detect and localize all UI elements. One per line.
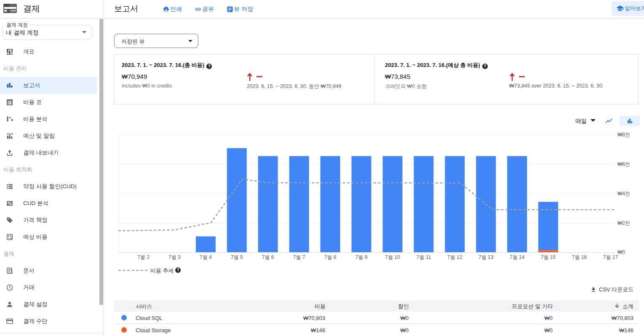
svg-text:7월 3: 7월 3 [168, 254, 181, 260]
svg-text:7월 9: 7월 9 [355, 254, 368, 260]
svg-text:7월 14: 7월 14 [510, 254, 525, 260]
svg-text:7월 7: 7월 7 [293, 254, 305, 260]
svg-text:7월 13: 7월 13 [478, 254, 494, 260]
svg-text:₩2천: ₩2천 [617, 220, 630, 226]
svg-text:₩6천: ₩6천 [617, 161, 630, 167]
svg-text:7월 15: 7월 15 [541, 254, 556, 260]
svg-text:7월 2: 7월 2 [137, 254, 150, 260]
svg-text:₩4천: ₩4천 [617, 191, 630, 197]
svg-text:7월 4: 7월 4 [200, 254, 212, 260]
svg-text:₩0: ₩0 [617, 249, 625, 255]
svg-text:7월 10: 7월 10 [385, 254, 400, 260]
svg-text:7월 5: 7월 5 [231, 254, 243, 260]
svg-text:7월 12: 7월 12 [447, 254, 462, 260]
svg-text:7월 8: 7월 8 [324, 254, 337, 260]
svg-text:7월 17: 7월 17 [603, 254, 618, 260]
svg-text:₩8천: ₩8천 [617, 132, 630, 138]
svg-text:7월 11: 7월 11 [417, 254, 431, 260]
svg-text:7월 16: 7월 16 [572, 254, 587, 260]
svg-text:7월 6: 7월 6 [262, 254, 274, 260]
